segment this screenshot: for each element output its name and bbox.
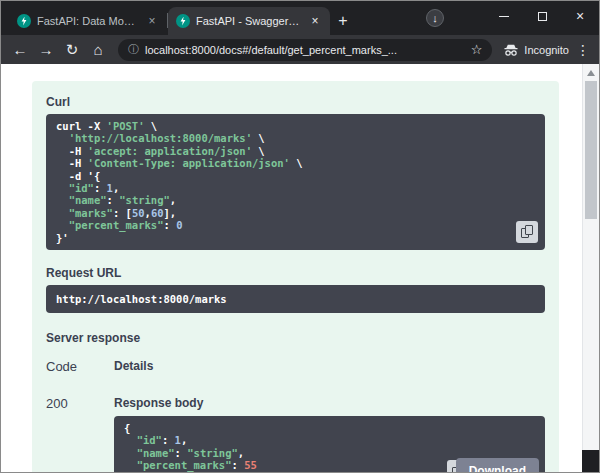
tab-swagger-ui[interactable]: FastAPI - Swagger UI × <box>168 7 330 35</box>
incognito-icon <box>503 43 519 57</box>
server-response-label: Server response <box>46 331 545 345</box>
tab-close-icon[interactable]: × <box>308 14 322 28</box>
tab-title: FastAPI: Data Models. Lear <box>37 15 139 27</box>
copy-curl-button[interactable] <box>516 221 538 243</box>
minimize-icon <box>499 16 509 17</box>
incognito-label: Incognito <box>524 44 569 56</box>
request-url-label: Request URL <box>46 266 545 280</box>
tab-close-icon[interactable]: × <box>145 14 159 28</box>
minimize-button[interactable] <box>485 1 523 31</box>
swagger-opblock: Curl curl -X 'POST' \ 'http://localhost:… <box>32 81 559 472</box>
vertical-scrollbar[interactable] <box>582 64 599 472</box>
maximize-icon <box>538 12 547 21</box>
curl-label: Curl <box>46 95 545 109</box>
url-text[interactable]: localhost:8000/docs#/default/get_percent… <box>145 44 465 56</box>
downloads-icon[interactable]: ↓ <box>426 9 444 27</box>
address-bar[interactable]: ⓘ localhost:8000/docs#/default/get_perce… <box>118 39 492 61</box>
browser-toolbar: ← → ↻ ⌂ ⓘ localhost:8000/docs#/default/g… <box>1 35 599 64</box>
lightning-icon <box>21 17 27 26</box>
page-content: Curl curl -X 'POST' \ 'http://localhost:… <box>1 64 599 472</box>
lightning-icon <box>180 17 186 26</box>
code-column-header: Code <box>46 359 114 374</box>
browser-titlebar: FastAPI: Data Models. Lear × FastAPI - S… <box>1 1 599 35</box>
fastapi-favicon <box>176 14 190 28</box>
new-tab-button[interactable]: + <box>330 8 356 34</box>
scrollbar-thumb[interactable] <box>585 81 597 219</box>
response-table-header: Code Details <box>46 359 545 374</box>
response-body-label: Response body <box>114 396 545 410</box>
request-url-value: http://localhost:8000/marks <box>46 285 545 313</box>
home-icon[interactable]: ⌂ <box>85 41 111 58</box>
download-button[interactable]: Download <box>456 458 539 473</box>
clipboard-icon <box>521 225 534 239</box>
tab-title: FastAPI - Swagger UI <box>196 15 302 27</box>
scrollbar-corner <box>582 450 599 472</box>
tab-fastapi-data-models[interactable]: FastAPI: Data Models. Lear × <box>9 7 167 35</box>
site-info-icon[interactable]: ⓘ <box>128 42 139 57</box>
scroll-up-arrow-icon[interactable] <box>587 70 595 76</box>
response-body-block: { "id": 1, "name": "string", "percent_ma… <box>114 416 545 473</box>
menu-dots-icon[interactable]: ⋮ <box>573 42 593 58</box>
fastapi-favicon <box>17 14 31 28</box>
status-code: 200 <box>46 396 114 473</box>
curl-code: curl -X 'POST' \ 'http://localhost:8000/… <box>56 120 535 244</box>
bookmark-star-icon[interactable]: ☆ <box>471 42 483 57</box>
details-column-header: Details <box>114 359 153 374</box>
browser-window: FastAPI: Data Models. Lear × FastAPI - S… <box>0 0 600 473</box>
refresh-icon[interactable]: ↻ <box>59 41 85 59</box>
curl-block: curl -X 'POST' \ 'http://localhost:8000/… <box>46 114 545 250</box>
window-controls: × <box>485 1 599 31</box>
maximize-button[interactable] <box>523 1 561 31</box>
close-button[interactable]: × <box>561 1 599 31</box>
forward-icon[interactable]: → <box>33 41 59 58</box>
response-row: 200 Response body { "id": 1, "name": "st… <box>46 396 545 473</box>
incognito-badge: Incognito <box>503 43 569 57</box>
back-icon[interactable]: ← <box>7 41 33 58</box>
